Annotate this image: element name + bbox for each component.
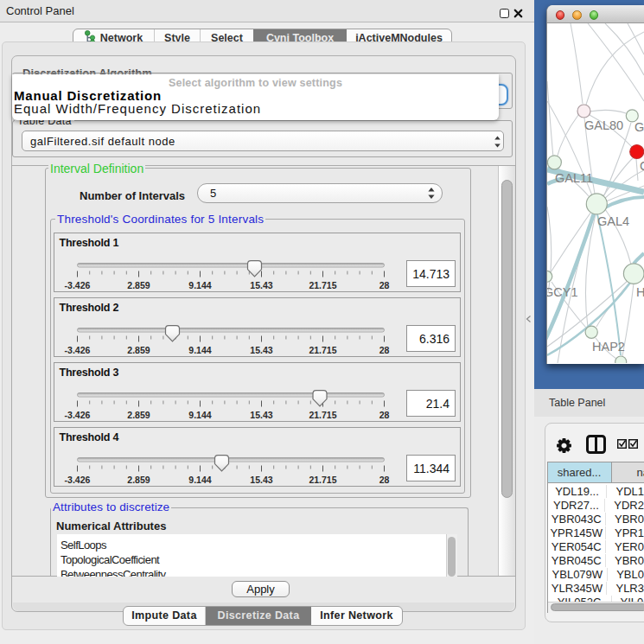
svg-text:HAP2: HAP2 <box>592 340 625 354</box>
svg-text:21.715: 21.715 <box>309 409 336 419</box>
svg-text:28: 28 <box>379 279 389 290</box>
svg-text:28: 28 <box>379 474 389 484</box>
svg-text:21.715: 21.715 <box>309 279 336 290</box>
svg-text:28: 28 <box>379 344 389 354</box>
svg-text:G: G <box>634 120 644 134</box>
svg-text:-3.426: -3.426 <box>64 279 90 290</box>
svg-text:GAL4: GAL4 <box>597 214 629 228</box>
svg-text:2.859: 2.859 <box>127 409 150 419</box>
svg-text:2.859: 2.859 <box>127 344 150 354</box>
svg-text:9.144: 9.144 <box>188 409 211 419</box>
svg-text:2.859: 2.859 <box>127 474 150 484</box>
svg-text:15.43: 15.43 <box>250 474 272 484</box>
svg-text:21.715: 21.715 <box>309 344 336 354</box>
svg-text:-3.426: -3.426 <box>64 474 90 484</box>
svg-text:9.144: 9.144 <box>188 344 211 354</box>
svg-text:2.859: 2.859 <box>127 279 150 290</box>
svg-text:-3.426: -3.426 <box>64 409 90 419</box>
svg-text:9.144: 9.144 <box>188 279 211 290</box>
svg-text:GCY1: GCY1 <box>547 285 578 299</box>
svg-text:H: H <box>636 285 644 299</box>
svg-text:15.43: 15.43 <box>250 409 272 419</box>
svg-text:-3.426: -3.426 <box>64 344 90 354</box>
svg-text:9.144: 9.144 <box>188 474 211 484</box>
svg-text:15.43: 15.43 <box>250 279 272 290</box>
svg-text:21.715: 21.715 <box>309 474 336 484</box>
svg-text:28: 28 <box>379 409 389 419</box>
svg-text:GAL80: GAL80 <box>584 118 623 132</box>
svg-text:C: C <box>640 159 644 173</box>
svg-text:GAL11: GAL11 <box>555 171 593 185</box>
svg-text:15.43: 15.43 <box>250 344 272 354</box>
